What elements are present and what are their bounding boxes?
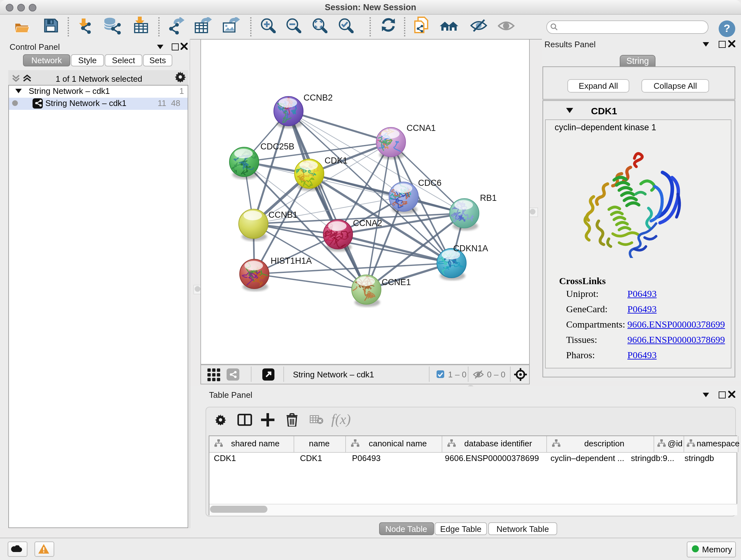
svg-text:CCNE1: CCNE1 (382, 277, 411, 287)
svg-text:CCNB2: CCNB2 (304, 93, 333, 103)
svg-text:RB1: RB1 (480, 193, 497, 203)
svg-text:CDC25B: CDC25B (260, 142, 294, 151)
svg-text:CDK1: CDK1 (325, 156, 347, 165)
svg-text:HIST1H1A: HIST1H1A (271, 256, 312, 266)
svg-text:CCNA2: CCNA2 (353, 219, 382, 228)
svg-text:CDKN1A: CDKN1A (453, 244, 488, 253)
svg-text:CCNA1: CCNA1 (407, 123, 436, 133)
svg-text:CCNB1: CCNB1 (268, 210, 298, 220)
svg-text:CDC6: CDC6 (418, 178, 442, 188)
